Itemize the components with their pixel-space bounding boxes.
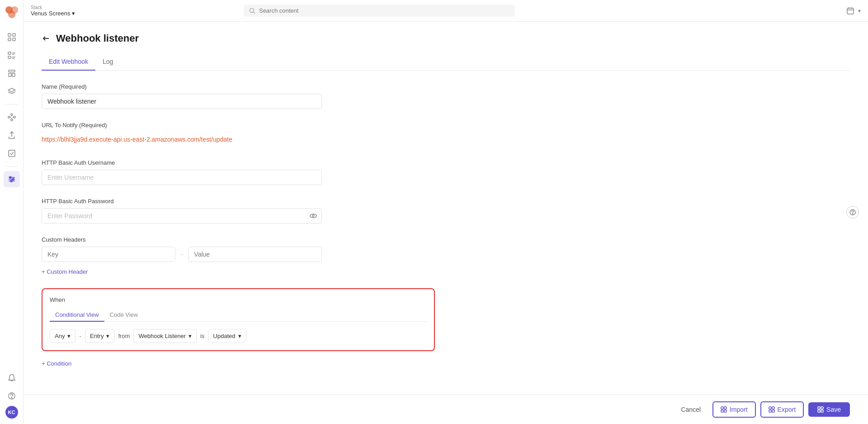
svg-rect-48 <box>772 407 774 409</box>
condition-entry-chevron-icon: ▾ <box>106 333 109 339</box>
when-section: When Conditional View Code View Any ▾ - <box>42 288 435 351</box>
condition-entry-select[interactable]: Entry ▾ <box>85 329 114 343</box>
svg-point-20 <box>11 119 13 121</box>
when-tabs: Conditional View Code View <box>50 309 427 322</box>
add-custom-header-button[interactable]: + Custom Header <box>42 268 88 275</box>
header-key-input[interactable] <box>42 247 175 262</box>
sidebar-item-filter[interactable] <box>4 171 20 187</box>
name-section: Name (Required) <box>42 83 850 109</box>
svg-rect-50 <box>772 410 774 412</box>
svg-rect-36 <box>847 8 854 14</box>
when-tab-code[interactable]: Code View <box>104 309 144 322</box>
auth-password-section: HTTP Basic Auth Password <box>42 198 850 224</box>
svg-rect-4 <box>13 33 15 36</box>
when-label: When <box>50 296 427 303</box>
calendar-chevron-icon[interactable]: ▾ <box>858 8 861 14</box>
svg-point-17 <box>8 116 10 118</box>
condition-any-select[interactable]: Any ▾ <box>50 329 75 343</box>
sidebar-item-connections[interactable] <box>4 109 20 125</box>
svg-rect-7 <box>8 52 11 54</box>
condition-from-text: from <box>118 333 130 339</box>
svg-point-2 <box>8 11 15 18</box>
main-area: Stack Venus Screens ▾ ▾ <box>24 0 868 424</box>
cancel-button[interactable]: Cancel <box>674 402 708 417</box>
svg-rect-5 <box>8 38 11 41</box>
sidebar-item-tasks[interactable] <box>4 145 20 162</box>
page-title-row: Webhook listener <box>42 33 850 44</box>
password-toggle-icon[interactable] <box>309 212 317 220</box>
app-logo[interactable] <box>5 5 19 20</box>
condition-any-label: Any <box>55 333 65 339</box>
svg-rect-54 <box>821 410 823 412</box>
sidebar-item-notifications[interactable] <box>4 370 20 386</box>
svg-rect-44 <box>724 407 726 409</box>
svg-point-31 <box>10 180 12 182</box>
content-area: Webhook listener Edit Webhook Log Name (… <box>24 22 868 395</box>
calendar-icon[interactable] <box>846 7 854 15</box>
tab-edit-webhook[interactable]: Edit Webhook <box>42 53 95 71</box>
svg-rect-45 <box>721 410 723 412</box>
svg-rect-51 <box>818 407 820 409</box>
workspace-name: Venus Screens <box>31 10 70 17</box>
svg-point-33 <box>11 397 12 398</box>
svg-rect-3 <box>8 33 11 36</box>
name-label: Name (Required) <box>42 83 850 90</box>
sidebar-item-help[interactable] <box>4 388 20 404</box>
svg-point-18 <box>11 114 13 115</box>
url-label: URL To Notify (Required) <box>42 122 850 129</box>
page-footer: Cancel Import Export <box>24 395 868 424</box>
auth-username-input[interactable] <box>42 170 322 185</box>
svg-rect-6 <box>13 38 15 41</box>
svg-point-34 <box>250 8 254 12</box>
condition-status-select[interactable]: Updated ▾ <box>208 329 246 343</box>
svg-line-35 <box>253 12 255 14</box>
name-input[interactable] <box>42 94 322 109</box>
workspace-label: Stack <box>31 5 75 10</box>
sidebar-divider-2 <box>5 166 18 167</box>
auth-password-input[interactable] <box>42 208 322 224</box>
tab-log[interactable]: Log <box>95 53 120 71</box>
import-button[interactable]: Import <box>712 401 756 418</box>
when-tab-conditional[interactable]: Conditional View <box>50 309 104 322</box>
export-button[interactable]: Export <box>760 401 804 418</box>
save-button[interactable]: Save <box>808 402 850 417</box>
user-avatar[interactable]: KC <box>5 406 18 419</box>
save-icon <box>817 406 824 413</box>
save-button-label: Save <box>826 406 841 413</box>
sidebar: KC <box>0 0 24 424</box>
help-button[interactable] <box>846 206 859 219</box>
condition-source-select[interactable]: Webhook Listener ▾ <box>133 329 197 343</box>
custom-headers-label: Custom Headers <box>42 236 850 243</box>
svg-point-30 <box>12 178 14 180</box>
workspace-name-row: Venus Screens ▾ <box>31 10 75 17</box>
sidebar-item-layers[interactable] <box>4 83 20 100</box>
back-button[interactable] <box>42 34 51 43</box>
auth-username-label: HTTP Basic Auth Username <box>42 159 850 166</box>
sidebar-item-components[interactable] <box>4 65 20 81</box>
condition-separator: - <box>79 333 81 340</box>
svg-rect-10 <box>8 56 11 58</box>
sidebar-item-publish[interactable] <box>4 127 20 143</box>
condition-entry-label: Entry <box>90 333 104 339</box>
sidebar-item-list[interactable] <box>4 47 20 63</box>
svg-point-19 <box>14 116 15 118</box>
svg-point-41 <box>310 214 316 218</box>
svg-rect-43 <box>721 407 723 409</box>
header-value-input[interactable] <box>188 247 322 262</box>
svg-rect-49 <box>769 410 771 412</box>
search-icon <box>249 8 255 14</box>
page-title: Webhook listener <box>56 33 139 44</box>
main-tabs: Edit Webhook Log <box>42 53 850 71</box>
add-condition-button[interactable]: + Condition <box>42 360 71 367</box>
url-section: URL To Notify (Required) https://blhl3jj… <box>42 122 850 147</box>
svg-point-42 <box>312 215 314 217</box>
search-input[interactable] <box>259 7 509 14</box>
header-dash: - <box>181 251 183 258</box>
header-right: ▾ <box>846 7 861 15</box>
password-wrap <box>42 208 322 224</box>
workspace-selector[interactable]: Stack Venus Screens ▾ <box>31 5 75 17</box>
sidebar-item-grid[interactable] <box>4 29 20 45</box>
svg-rect-13 <box>9 70 15 72</box>
condition-status-chevron-icon: ▾ <box>238 333 241 339</box>
condition-status-label: Updated <box>213 333 235 339</box>
